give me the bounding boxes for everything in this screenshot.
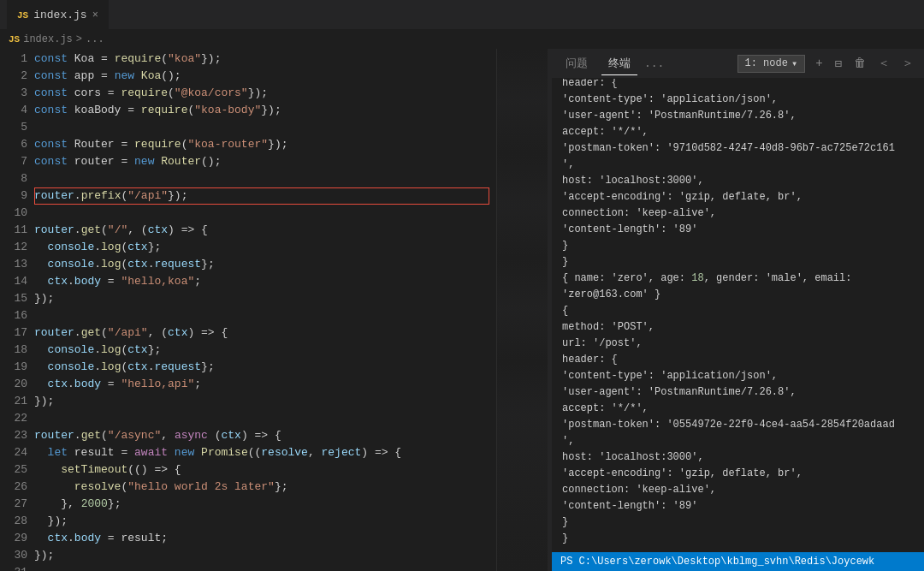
line-number: 17: [7, 324, 27, 342]
close-icon[interactable]: ×: [92, 9, 98, 21]
token-kw: const: [34, 155, 68, 168]
delete-terminal-button[interactable]: 🗑: [850, 55, 869, 72]
terminal-line: connection: 'keep-alive',: [562, 482, 914, 498]
token-op: cors =: [68, 86, 121, 99]
token-op: koaBody =: [68, 104, 141, 116]
split-terminal-button[interactable]: ⊟: [832, 55, 845, 73]
token-punc: .: [94, 258, 101, 271]
line-number: 15: [7, 290, 27, 307]
token-punc: ();: [161, 69, 181, 82]
code-line: [34, 205, 489, 222]
terminal-content[interactable]: }{ name: 'zero', age: 18, gender: 'male'…: [552, 79, 924, 552]
token-var: ctx: [127, 241, 147, 253]
line-number: 21: [7, 393, 27, 410]
node-selector-label: 1: node: [745, 57, 788, 69]
line-number: 27: [7, 496, 27, 513]
line-number: 18: [7, 342, 27, 359]
line-number: 25: [7, 461, 27, 479]
token-punc: .: [94, 360, 101, 373]
token-str: "/": [108, 223, 127, 236]
token-kw: const: [34, 104, 68, 116]
tab-index-js[interactable]: JS index.js ×: [7, 0, 109, 30]
terminal-line: 'accept-encoding': 'gzip, deflate, br',: [562, 189, 914, 205]
terminal-line: 'content-type': 'application/json',: [562, 368, 914, 384]
terminal-line: 'user-agent': 'PostmanRuntime/7.26.8',: [562, 108, 914, 124]
line-number: 20: [7, 376, 27, 393]
token-op: [34, 446, 48, 459]
breadcrumb: JS index.js > ...: [0, 30, 924, 49]
token-kw: const: [34, 86, 68, 99]
terminal-path: PS C:\Users\zerowk\Desktop\kblmg_svhn\Re…: [560, 556, 874, 568]
tab-filename: index.js: [33, 9, 86, 21]
code-line: ctx.body = "hello,api";: [34, 376, 489, 393]
token-op: [34, 360, 48, 373]
collapse-terminal-button[interactable]: ＜: [874, 54, 893, 73]
token-punc: .: [74, 429, 81, 442]
token-str: "hello,koa": [121, 275, 194, 288]
token-punc: };: [275, 480, 288, 493]
code-line: const router = new Router();: [34, 153, 489, 170]
token-punc: };: [201, 258, 215, 271]
code-line: router.get("/async", async (ctx) => {: [34, 427, 489, 444]
code-line: console.log(ctx};: [34, 239, 489, 256]
token-var: ctx: [168, 326, 187, 339]
token-punc: };: [201, 360, 215, 373]
line-number: 10: [7, 205, 27, 222]
terminal-line: method: 'POST',: [562, 319, 914, 336]
token-punc: , (: [127, 223, 147, 236]
line-number: 14: [7, 273, 27, 290]
js-badge: JS: [17, 10, 28, 21]
token-punc: });: [201, 52, 221, 65]
token-str: "hello,api": [121, 378, 194, 390]
token-punc: ,: [308, 446, 322, 459]
token-op: Router =: [68, 138, 134, 151]
terminal-line: 'content-type': 'application/json',: [562, 92, 914, 108]
add-terminal-button[interactable]: +: [812, 55, 826, 72]
line-number: 8: [7, 170, 27, 187]
token-str: "@koa/cors": [175, 86, 248, 99]
breadcrumb-js-badge: JS: [9, 34, 20, 45]
line-number: 11: [7, 222, 27, 239]
token-kw: const: [34, 69, 68, 82]
token-punc: };: [108, 497, 121, 510]
terminal-header: 问题 终端 ... 1: node ▾ + ⊟ 🗑 ＜ ＞: [552, 49, 924, 79]
token-punc: .: [94, 241, 101, 253]
minimap-canvas: [497, 49, 548, 571]
code-line: router.get("/api", (ctx) => {: [34, 324, 489, 342]
code-area: 1234567891011121314151617181920212223242…: [0, 49, 548, 571]
token-fn: require: [141, 104, 188, 116]
line-number: 29: [7, 530, 27, 547]
token-op: result =: [68, 446, 134, 459]
code-line: const cors = require("@koa/cors"});: [34, 85, 489, 102]
code-line: router.prefix("/api"});: [34, 187, 489, 205]
minimap: [496, 49, 548, 571]
token-punc: ) => {: [361, 446, 401, 459]
code-line: });: [34, 393, 489, 410]
code-line: const Koa = require("koa"});: [34, 51, 489, 68]
token-fn: Router: [161, 155, 201, 168]
terminal-tab-more[interactable]: ...: [644, 57, 664, 70]
line-number: 13: [7, 256, 27, 273]
line-number: 1: [7, 51, 27, 68]
code-line: [34, 119, 489, 136]
code-line: console.log(ctx.request};: [34, 256, 489, 273]
token-var: ctx: [127, 258, 147, 271]
terminal-node-selector[interactable]: 1: node ▾: [737, 55, 806, 73]
token-op: [34, 275, 48, 288]
token-punc: (: [101, 429, 108, 442]
code-content[interactable]: const Koa = require("koa"});const app = …: [34, 49, 496, 571]
token-op: [34, 532, 48, 544]
token-op: [34, 258, 48, 271]
terminal-tab-terminal[interactable]: 终端: [601, 52, 637, 75]
token-kw: const: [34, 52, 68, 65]
token-fn: log: [101, 258, 121, 271]
expand-terminal-button[interactable]: ＞: [898, 54, 917, 73]
terminal-tab-problems[interactable]: 问题: [559, 52, 595, 74]
token-var: console: [48, 241, 95, 253]
token-fn: Koa: [141, 69, 161, 82]
line-number: 28: [7, 513, 27, 530]
terminal-actions: + ⊟ 🗑 ＜ ＞: [812, 54, 917, 73]
code-line: [34, 564, 489, 571]
token-punc: ,: [161, 429, 175, 442]
token-punc: , (: [148, 326, 168, 339]
